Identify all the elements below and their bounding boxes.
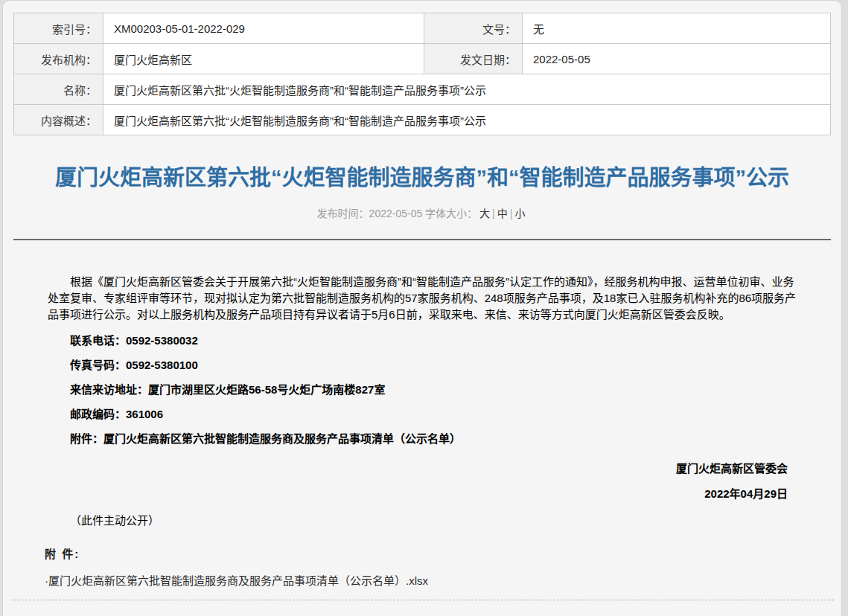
agency-label: 发布机构：: [14, 44, 103, 74]
contact-postcode: 邮政编码：361006: [48, 408, 797, 421]
document-meta-table: 索引号： XM00203-05-01-2022-029 文号： 无 发布机构： …: [13, 13, 831, 135]
font-size-separator: |: [492, 208, 495, 219]
disclosure-note: （此件主动公开）: [48, 514, 797, 527]
issue-date-value: 2022-05-05: [523, 44, 831, 74]
announcement-paragraph: 根据《厦门火炬高新区管委会关于开展第六批“火炬智能制造服务商”和“智能制造产品服…: [48, 274, 797, 323]
attachment-xlsx-link[interactable]: ·厦门火炬高新区第六批智能制造服务商及服务产品事项清单（公示名单）.xlsx: [45, 572, 428, 588]
doc-name-label: 名称：: [14, 74, 103, 105]
summary-value: 厦门火炬高新区第六批“火炬智能制造服务商”和“智能制造产品服务事项”公示: [103, 105, 831, 135]
doc-number-label: 文号：: [424, 13, 523, 44]
attachment-note: 附件：厦门火炬高新区第六批智能制造服务商及服务产品事项清单（公示名单）: [48, 432, 797, 446]
summary-label: 内容概述：: [14, 105, 103, 135]
issue-date-label: 发文日期：: [424, 44, 523, 74]
page-card: 索引号： XM00203-05-01-2022-029 文号： 无 发布机构： …: [2, 0, 842, 616]
attachments-section: 附 件: ·厦门火炬高新区第六批智能制造服务商及服务产品事项清单（公示名单）.x…: [45, 545, 800, 588]
issuing-authority: 厦门火炬高新区管委会: [48, 462, 788, 475]
page-title: 厦门火炬高新区第六批“火炬智能制造服务商”和“智能制造产品服务事项”公示: [24, 162, 820, 193]
doc-name-value: 厦门火炬高新区第六批“火炬智能制造服务商”和“智能制造产品服务事项”公示: [103, 74, 831, 105]
index-number-value: XM00203-05-01-2022-029: [103, 13, 424, 44]
sign-date: 2022年04月29日: [48, 487, 788, 501]
font-size-small-button[interactable]: 小: [514, 208, 525, 219]
bottom-dashed-divider: [10, 600, 834, 600]
contact-address: 来信来访地址：厦门市湖里区火炬路56-58号火炬广场南楼827室: [48, 383, 797, 397]
attachments-heading: 附 件:: [45, 545, 800, 561]
font-size-large-button[interactable]: 大: [479, 208, 490, 219]
index-number-label: 索引号：: [14, 13, 103, 44]
contact-fax: 传真号码：0592-5380100: [48, 359, 797, 372]
publish-info-line: 发布时间：2022-05-05 字体大小：大|中|小: [24, 205, 820, 220]
doc-number-value: 无: [523, 13, 831, 44]
font-size-separator: |: [510, 208, 513, 219]
font-size-medium-button[interactable]: 中: [497, 208, 508, 219]
publish-time-text: 发布时间：2022-05-05 字体大小：: [317, 208, 478, 219]
agency-value: 厦门火炬高新区: [103, 44, 424, 74]
article-body: 根据《厦门火炬高新区管委会关于开展第六批“火炬智能制造服务商”和“智能制造产品服…: [3, 240, 841, 527]
contact-phone: 联系电话：0592-5380032: [48, 334, 797, 347]
